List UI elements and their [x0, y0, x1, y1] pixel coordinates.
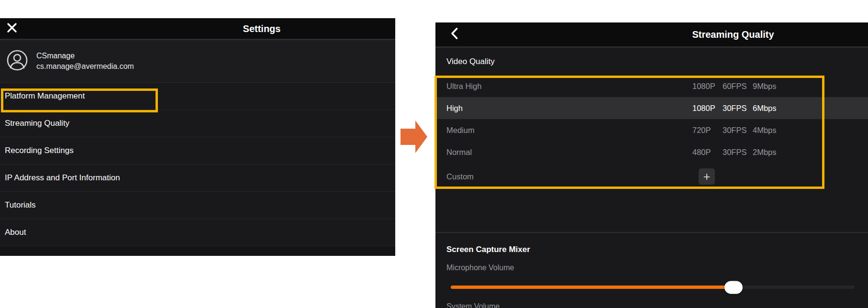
quality-bitrate: 4Mbps	[753, 126, 783, 135]
menu-item-about[interactable]: About	[0, 219, 395, 246]
quality-bitrate: 9Mbps	[753, 82, 783, 91]
menu-item-label: IP Address and Port Information	[5, 173, 120, 183]
video-quality-section-label: Video Quality	[435, 48, 868, 75]
quality-label: Ultra High	[446, 82, 481, 91]
menu-item-platform-management[interactable]: Platform Management	[0, 83, 395, 110]
quality-option-ultra-high[interactable]: Ultra High 1080P 60FPS 9Mbps	[435, 75, 868, 97]
flow-arrow-icon	[401, 120, 428, 155]
quality-resolution: 720P	[692, 126, 723, 135]
slider-thumb[interactable]	[724, 281, 743, 294]
add-custom-quality-button[interactable]: +	[699, 168, 715, 185]
account-profile[interactable]: CSmanage cs.manage@avermedia.com	[0, 40, 395, 83]
menu-item-label: Platform Management	[5, 91, 85, 101]
account-name: CSmanage	[36, 52, 134, 60]
screenshot-canvas: Settings CSmanage cs.manage@avermedia.co…	[0, 0, 868, 308]
quality-label: Custom	[446, 172, 474, 181]
menu-item-label: About	[5, 228, 26, 237]
menu-item-streaming-quality[interactable]: Streaming Quality	[0, 110, 395, 137]
page-title: Streaming Quality	[692, 29, 774, 40]
system-volume-label: System Volume	[446, 302, 500, 308]
streaming-quality-header: Streaming Quality	[435, 22, 868, 48]
microphone-volume-label: Microphone Volume	[446, 264, 514, 272]
quality-resolution: 1080P	[692, 82, 723, 91]
quality-bitrate: 2Mbps	[753, 148, 783, 157]
quality-label: Normal	[446, 148, 472, 157]
avatar-icon	[7, 50, 28, 73]
close-icon[interactable]	[7, 22, 17, 35]
section-divider	[435, 232, 868, 233]
quality-option-custom[interactable]: Custom +	[435, 163, 868, 190]
quality-resolution: 1080P	[692, 104, 723, 113]
settings-header: Settings	[0, 18, 395, 40]
back-icon[interactable]	[451, 28, 458, 41]
account-email: cs.manage@avermedia.com	[36, 62, 134, 71]
quality-bitrate: 6Mbps	[753, 104, 783, 113]
slider-fill	[451, 286, 734, 289]
quality-label: Medium	[446, 126, 475, 135]
quality-option-normal[interactable]: Normal 480P 30FPS 2Mbps	[435, 141, 868, 163]
quality-resolution: 480P	[692, 148, 723, 157]
quality-fps: 30FPS	[723, 126, 753, 135]
menu-item-recording-settings[interactable]: Recording Settings	[0, 137, 395, 165]
quality-fps: 30FPS	[723, 148, 753, 157]
page-title: Settings	[243, 23, 281, 34]
microphone-volume-slider[interactable]	[451, 286, 855, 289]
streaming-quality-screen: Streaming Quality Video Quality Ultra Hi…	[435, 22, 868, 308]
quality-fps: 60FPS	[723, 82, 753, 91]
menu-item-label: Recording Settings	[5, 146, 74, 155]
panel-footer-strip	[0, 246, 395, 256]
quality-label: High	[446, 104, 463, 113]
settings-screen: Settings CSmanage cs.manage@avermedia.co…	[0, 18, 395, 254]
quality-option-medium[interactable]: Medium 720P 30FPS 4Mbps	[435, 119, 868, 141]
menu-item-tutorials[interactable]: Tutorials	[0, 192, 395, 219]
menu-item-label: Tutorials	[5, 200, 36, 210]
menu-item-label: Streaming Quality	[5, 119, 69, 128]
mixer-section-label: Screen Capture Mixer	[446, 245, 530, 254]
quality-option-high-selected[interactable]: High 1080P 30FPS 6Mbps	[435, 97, 868, 119]
menu-item-ip-address[interactable]: IP Address and Port Information	[0, 165, 395, 192]
quality-fps: 30FPS	[723, 104, 753, 113]
